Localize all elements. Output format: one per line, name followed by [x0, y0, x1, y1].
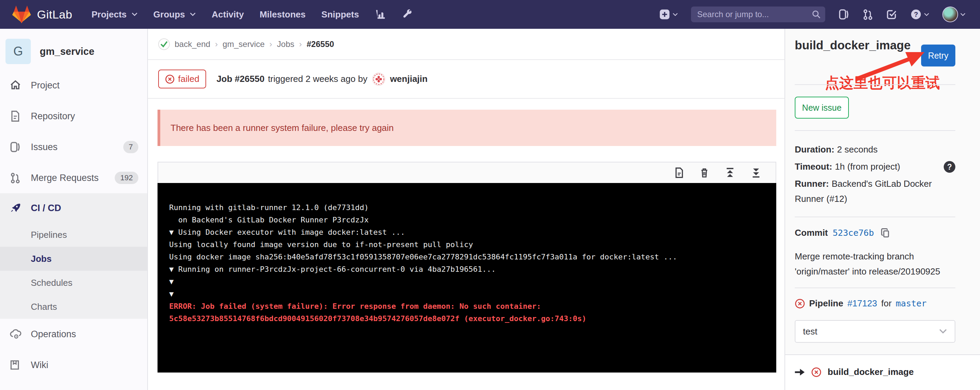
- scroll-to-bottom-icon[interactable]: [751, 167, 761, 178]
- charts-icon[interactable]: [375, 8, 386, 20]
- sidebar-item-wiki[interactable]: Wiki: [0, 350, 147, 380]
- nav-projects[interactable]: Projects: [91, 9, 138, 20]
- sidebar-item-project[interactable]: Project: [0, 70, 147, 101]
- chevron-down-icon: [190, 12, 196, 16]
- duration-row: Duration: 2 seconds: [795, 142, 955, 157]
- copy-commit-icon[interactable]: [881, 228, 890, 238]
- chevron-down-icon: [132, 12, 138, 16]
- breadcrumb-jobs[interactable]: Jobs: [277, 39, 294, 49]
- gitlab-logo[interactable]: GitLab: [12, 5, 72, 24]
- stage-dropdown[interactable]: test: [795, 320, 955, 343]
- erase-log-icon[interactable]: [700, 167, 709, 178]
- log-error-line: 5c58e53273b85514768f6bdcd90049156020f737…: [169, 313, 766, 325]
- log-section-toggle[interactable]: ▼: [169, 275, 766, 288]
- admin-wrench-icon[interactable]: [402, 9, 413, 20]
- navbar-right: ?: [659, 6, 966, 22]
- pipeline-link[interactable]: #17123: [848, 298, 877, 309]
- todos-icon[interactable]: [886, 9, 897, 20]
- job-log-output: Running with gitlab-runner 12.1.0 (de773…: [158, 183, 776, 372]
- rocket-icon: [10, 202, 22, 214]
- project-avatar: G: [5, 39, 31, 64]
- chevron-down-icon: [673, 13, 678, 16]
- runner-failure-alert: There has been a runner system failure, …: [158, 110, 776, 146]
- nav-milestones[interactable]: Milestones: [259, 9, 305, 20]
- issues-icon: [10, 141, 22, 153]
- gitlab-brand-text: GitLab: [37, 8, 72, 21]
- user-avatar: [942, 6, 958, 22]
- search-input[interactable]: [691, 6, 825, 22]
- job-log-toolbar: [158, 162, 776, 183]
- main-content: back_end › gm_service › Jobs › #26550 fa…: [148, 29, 784, 390]
- log-section-toggle[interactable]: ▼: [169, 288, 766, 300]
- sidebar-item-cicd[interactable]: CI / CD: [0, 193, 147, 223]
- author-avatar[interactable]: [372, 73, 385, 86]
- sidebar-item-pipelines[interactable]: Pipelines: [0, 223, 147, 247]
- pipeline-job-item[interactable]: build_docker_image: [794, 367, 980, 377]
- log-error-line: ERROR: Job failed (system failure): Erro…: [169, 300, 766, 313]
- sidebar-item-merge-requests[interactable]: Merge Requests 192: [0, 163, 147, 193]
- new-issue-button[interactable]: New issue: [795, 97, 849, 118]
- project-header[interactable]: G gm_service: [0, 29, 147, 67]
- sidebar-item-charts[interactable]: Charts: [0, 295, 147, 319]
- nav-snippets[interactable]: Snippets: [321, 9, 359, 20]
- current-job-arrow-icon: [794, 368, 805, 376]
- chevron-down-icon: [924, 13, 929, 16]
- user-menu[interactable]: [942, 6, 966, 22]
- job-log: Running with gitlab-runner 12.1.0 (de773…: [158, 162, 776, 372]
- home-icon: [10, 80, 22, 91]
- status-failed-icon: [165, 74, 175, 84]
- chevron-down-icon: [939, 329, 947, 334]
- job-status-badge[interactable]: failed: [158, 70, 206, 88]
- commit-row: Commit 523ce76b: [795, 227, 890, 238]
- new-menu-button[interactable]: [659, 8, 678, 20]
- nav-activity[interactable]: Activity: [212, 9, 244, 20]
- sidebar-menu: Project Repository Issues 7 Merge Reques…: [0, 70, 147, 380]
- divider: [795, 84, 955, 85]
- log-line: Using locally found image version due to…: [169, 238, 766, 251]
- job-sidebar: build_docker_image Retry 点这里也可以重试 New is…: [784, 29, 980, 390]
- divider: [795, 288, 955, 288]
- sidebar-item-repository[interactable]: Repository: [0, 101, 147, 132]
- sidebar-item-operations[interactable]: Operations: [0, 319, 147, 350]
- help-menu-icon[interactable]: ?: [910, 8, 929, 20]
- log-section-toggle[interactable]: ▼ Using Docker executor with image docke…: [169, 226, 766, 238]
- chevron-down-icon: [960, 13, 966, 16]
- job-name-title: build_docker_image: [795, 38, 917, 53]
- commit-sha-link[interactable]: 523ce76b: [833, 228, 874, 238]
- breadcrumb-group[interactable]: back_end: [175, 39, 210, 49]
- log-line: on Backend's GitLab Docker Runner P3rcdz…: [169, 214, 766, 226]
- runner-row: Runner:Backend's GitLab Docker Runner (#…: [795, 176, 955, 206]
- merge-requests-icon[interactable]: [862, 8, 873, 20]
- gitlab-job-page: GitLab Projects Groups Activity Mileston…: [0, 0, 980, 390]
- plus-square-icon: [659, 8, 670, 20]
- sidebar-item-issues[interactable]: Issues 7: [0, 132, 147, 163]
- issues-dashboard-icon[interactable]: [838, 8, 849, 20]
- divider: [795, 217, 955, 217]
- sidebar-section-cicd: CI / CD Pipelines Jobs Schedules Charts: [0, 193, 147, 319]
- check-icon: [160, 41, 168, 48]
- pipeline-failed-icon: [795, 299, 805, 309]
- log-line: Using docker image sha256:b40e5afd78f53c…: [169, 251, 766, 263]
- breadcrumb-current: #26550: [307, 39, 334, 49]
- breadcrumb-project[interactable]: gm_service: [223, 39, 265, 49]
- gitlab-tanuki-icon: [12, 5, 32, 24]
- issues-count-badge: 7: [123, 141, 138, 153]
- pipeline-ref-link[interactable]: master: [896, 299, 927, 308]
- job-header-text: Job #26550 triggered 2 weeks ago by wenj…: [216, 73, 428, 86]
- scroll-to-top-icon[interactable]: [725, 167, 735, 178]
- timeout-row: Timeout: 1h (from project) ?: [795, 159, 955, 174]
- show-raw-icon[interactable]: [674, 167, 684, 178]
- sidebar-item-schedules[interactable]: Schedules: [0, 271, 147, 295]
- retry-button[interactable]: Retry: [921, 45, 955, 67]
- author-name[interactable]: wenjiajin: [390, 74, 428, 84]
- group-avatar: [158, 38, 170, 50]
- top-navbar: GitLab Projects Groups Activity Mileston…: [0, 0, 980, 29]
- pipeline-job-name: build_docker_image: [827, 367, 913, 377]
- sidebar-item-jobs[interactable]: Jobs: [0, 247, 147, 271]
- nav-groups[interactable]: Groups: [153, 9, 196, 20]
- breadcrumb: back_end › gm_service › Jobs › #26550: [148, 29, 784, 60]
- pipeline-row: Pipeline #17123 for master: [795, 298, 927, 309]
- merge-request-icon: [10, 172, 22, 184]
- log-section-toggle[interactable]: ▼ Running on runner-P3rcdzJx-project-66-…: [169, 263, 766, 275]
- timeout-help-icon[interactable]: ?: [944, 161, 955, 173]
